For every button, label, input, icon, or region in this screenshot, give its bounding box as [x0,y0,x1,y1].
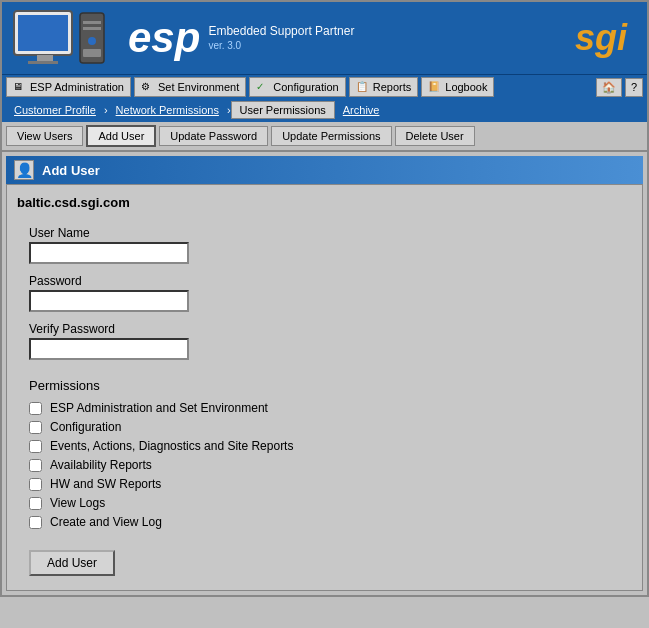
logbook-icon [428,80,442,94]
content-box: baltic.csd.sgi.com User Name Password Ve… [6,184,643,591]
checkbox-hw-sw[interactable] [29,478,42,491]
app-title: esp [128,14,200,62]
breadcrumb-customer-profile[interactable]: Customer Profile [6,102,104,118]
verify-password-input[interactable] [29,338,189,360]
checkbox-view-logs[interactable] [29,497,42,510]
breadcrumb-archive[interactable]: Archive [335,102,388,118]
help-icon: ? [631,81,637,93]
add-user-form: User Name Password Verify Password Permi… [17,222,632,580]
breadcrumb-network-permissions[interactable]: Network Permissions [108,102,227,118]
monitor-icon [13,80,27,94]
svg-rect-5 [83,21,101,24]
logo-image [12,7,112,69]
nav-right-icons: 🏠 ? [596,78,643,97]
checkbox-events[interactable] [29,440,42,453]
password-label: Password [29,274,620,288]
svg-rect-3 [28,61,58,64]
svg-rect-1 [18,15,68,51]
verify-password-label: Verify Password [29,322,620,336]
label-events: Events, Actions, Diagnostics and Site Re… [50,439,293,453]
checkbox-availability[interactable] [29,459,42,472]
top-nav: ESP Administration Set Environment Confi… [2,74,647,99]
subnav-add-user[interactable]: Add User [86,125,156,147]
home-icon: 🏠 [602,81,616,93]
nav-set-environment[interactable]: Set Environment [134,77,246,97]
password-input[interactable] [29,290,189,312]
label-view-logs: View Logs [50,496,105,510]
add-user-button[interactable]: Add User [29,550,115,576]
label-configuration: Configuration [50,420,121,434]
svg-rect-6 [83,27,101,30]
permission-esp-admin: ESP Administration and Set Environment [29,401,620,415]
subnav-view-users[interactable]: View Users [6,126,83,146]
subnav-delete-user[interactable]: Delete User [395,126,475,146]
username-label: User Name [29,226,620,240]
subnav-update-permissions[interactable]: Update Permissions [271,126,391,146]
app-subtitle: Embedded Support Partner ver. 3.0 [208,24,354,62]
svg-rect-2 [37,55,53,61]
permission-create-view-log: Create and View Log [29,515,620,529]
section-title-bar: 👤 Add User [6,156,643,184]
checkbox-esp-admin[interactable] [29,402,42,415]
header: esp Embedded Support Partner ver. 3.0 sg… [2,2,647,74]
nav-reports[interactable]: Reports [349,77,419,97]
permissions-label: Permissions [29,378,620,393]
permission-events: Events, Actions, Diagnostics and Site Re… [29,439,620,453]
svg-rect-8 [83,49,101,57]
checkbox-configuration[interactable] [29,421,42,434]
sgi-brand: sgi [575,17,637,59]
checkbox-create-view-log[interactable] [29,516,42,529]
label-create-view-log: Create and View Log [50,515,162,529]
sub-nav: View Users Add User Update Password Upda… [2,122,647,152]
main-area: 👤 Add User baltic.csd.sgi.com User Name … [2,152,647,595]
permission-hw-sw: HW and SW Reports [29,477,620,491]
env-icon [141,80,155,94]
reports-icon [356,80,370,94]
permission-availability: Availability Reports [29,458,620,472]
user-icon: 👤 [16,162,33,178]
help-button[interactable]: ? [625,78,643,97]
nav-esp-administration[interactable]: ESP Administration [6,77,131,97]
label-esp-admin: ESP Administration and Set Environment [50,401,268,415]
section-title: Add User [42,163,100,178]
username-input[interactable] [29,242,189,264]
permission-configuration: Configuration [29,420,620,434]
svg-point-7 [88,37,96,45]
breadcrumb: Customer Profile › Network Permissions ›… [2,99,647,122]
subnav-update-password[interactable]: Update Password [159,126,268,146]
nav-configuration[interactable]: Configuration [249,77,345,97]
section-title-icon: 👤 [14,160,34,180]
logo [12,7,112,69]
permission-view-logs: View Logs [29,496,620,510]
label-hw-sw: HW and SW Reports [50,477,161,491]
hostname: baltic.csd.sgi.com [17,195,632,210]
nav-logbook[interactable]: Logbook [421,77,494,97]
breadcrumb-user-permissions[interactable]: User Permissions [231,101,335,119]
label-availability: Availability Reports [50,458,152,472]
home-button[interactable]: 🏠 [596,78,622,97]
config-icon [256,80,270,94]
